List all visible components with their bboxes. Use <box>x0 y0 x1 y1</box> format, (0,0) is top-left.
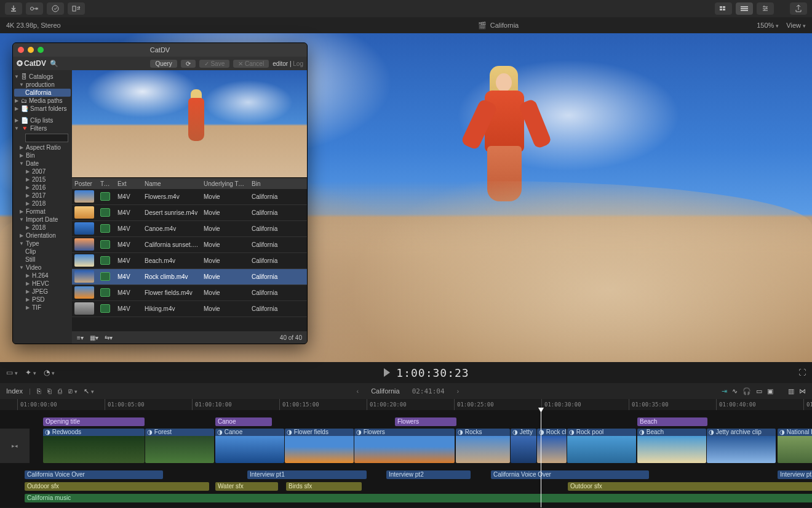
audio-skim-button[interactable]: ∿ <box>732 387 738 395</box>
connect-tool[interactable]: ⎘ <box>37 387 41 395</box>
cancel-button[interactable]: ✕ Cancel <box>233 60 269 68</box>
tl-tool-2[interactable]: ▥ <box>788 387 794 395</box>
title-clip[interactable]: Canoe <box>215 417 272 426</box>
index-button[interactable]: Index <box>6 387 23 395</box>
tree-date-item[interactable]: ▶2015 <box>14 175 71 183</box>
layout-grid-button[interactable] <box>715 2 732 15</box>
audio-clip[interactable]: Interview pt3 <box>778 470 812 479</box>
import-button[interactable] <box>5 2 22 15</box>
clip-appearance-button[interactable]: ▭ <box>6 368 18 377</box>
tree-bin[interactable]: ▶Bin <box>14 151 71 159</box>
table-row[interactable]: M4V Beach.m4v Movie California <box>72 253 307 269</box>
title-clip[interactable]: Flowers <box>395 417 456 426</box>
tree-type-item[interactable]: Still <box>14 256 71 264</box>
video-clip[interactable]: ◑ Flower fields <box>285 429 354 463</box>
tree-date-item[interactable]: ▶2017 <box>14 192 71 200</box>
catdv-titlebar[interactable]: CatDV <box>13 43 307 57</box>
video-clip[interactable]: ◑ Redwoods <box>43 429 145 463</box>
tree-orientation[interactable]: ▶Orientation <box>14 232 71 240</box>
audio-clip[interactable]: Interview pt1 <box>247 470 367 479</box>
inspector-button[interactable] <box>757 2 774 15</box>
playhead[interactable] <box>541 410 541 507</box>
tree-video-item[interactable]: ▶H.264 <box>14 272 71 280</box>
tree-date-item[interactable]: ▶2018 <box>14 200 71 208</box>
table-row[interactable]: M4V Hiking.m4v Movie California <box>72 301 307 317</box>
tree-import-year[interactable]: ▶2018 <box>14 224 71 232</box>
video-clip[interactable]: ◑ Jetty <box>511 429 536 463</box>
minimize-icon[interactable] <box>28 47 34 53</box>
tree-filters[interactable]: ▼🔻Filters <box>14 124 71 132</box>
append-tool[interactable]: ⎙ <box>58 387 62 395</box>
timeline-ruler[interactable]: 01:00:00:0001:00:05:0001:00:10:0001:00:1… <box>0 399 812 410</box>
tree-type-item[interactable]: Clip <box>14 248 71 256</box>
tl-tool-1[interactable]: ▣ <box>767 387 773 395</box>
layout-list-button[interactable] <box>736 2 753 15</box>
skimming-button[interactable]: ⇥ <box>722 387 727 395</box>
timeline-tracks[interactable]: ▸◂ Opening titleCanoeFlowersBeach ◑ Redw… <box>0 410 812 507</box>
close-icon[interactable] <box>18 47 24 53</box>
view-dropdown[interactable]: View <box>786 22 806 29</box>
tree-smart-folders[interactable]: ▶📑Smart folders <box>14 105 71 113</box>
overwrite-tool[interactable]: ⎚ <box>68 387 78 395</box>
fullscreen-button[interactable]: ⛶ <box>798 368 806 377</box>
share-button[interactable] <box>790 2 807 15</box>
video-clip[interactable]: ◑ Canoe <box>215 429 284 463</box>
video-clip[interactable]: ◑ Jetty archive clip <box>707 429 776 463</box>
table-row[interactable]: M4V California sunset.m4v Movie Californ… <box>72 237 307 253</box>
video-clip[interactable]: ◑ Flowers <box>354 429 455 463</box>
tree-catalogs[interactable]: ▼🗄Catalogs <box>14 73 71 81</box>
prev-edit-button[interactable]: ‹ <box>356 387 359 395</box>
filter-input[interactable] <box>25 134 68 142</box>
video-clip[interactable]: ◑ National Park <box>778 429 812 463</box>
audio-clip[interactable]: Outdoor sfx <box>25 482 209 491</box>
tree-video[interactable]: ▼Video <box>14 264 71 272</box>
arrange-button[interactable] <box>68 2 85 15</box>
keyword-button[interactable] <box>26 2 43 15</box>
audio-clip[interactable]: Interview pt2 <box>386 470 471 479</box>
table-row[interactable]: M4V Canoe.m4v Movie California <box>72 221 307 237</box>
tree-import-date[interactable]: ▼Import Date <box>14 216 71 224</box>
solo-button[interactable]: 🎧 <box>742 387 751 395</box>
tree-production[interactable]: ▼production <box>14 81 71 89</box>
next-edit-button[interactable]: › <box>457 387 460 395</box>
table-row[interactable]: M4V Rock climb.m4v Movie California <box>72 269 307 285</box>
tree-media-paths[interactable]: ▶🗂Media paths <box>14 97 71 105</box>
bg-tasks-button[interactable] <box>47 2 64 15</box>
settings-icon[interactable]: ⇆▾ <box>105 334 113 341</box>
list-view-icon[interactable]: ≡▾ <box>77 334 84 341</box>
retime-tool-button[interactable]: ◔ <box>44 368 55 377</box>
tree-aspect[interactable]: ▶Aspect Ratio <box>14 143 71 151</box>
save-button[interactable]: ✓ Save <box>199 60 230 68</box>
video-clip[interactable]: ◑ Forest <box>145 429 214 463</box>
audio-clip[interactable]: Water sfx <box>215 482 278 491</box>
effects-tool-button[interactable]: ✦ <box>25 368 36 377</box>
audio-clip[interactable]: California Voice Over <box>25 470 163 479</box>
insert-tool[interactable]: ⎗ <box>47 387 52 395</box>
search-icon[interactable]: 🔍 <box>50 60 58 68</box>
tree-video-item[interactable]: ▶HEVC <box>14 280 71 288</box>
audio-clip[interactable]: Outdoor sfx <box>568 482 812 491</box>
tl-tool-3[interactable]: ⋈ <box>799 387 806 395</box>
tree-date-item[interactable]: ▶2016 <box>14 183 71 192</box>
title-clip[interactable]: Beach <box>637 417 707 426</box>
title-clip[interactable]: Opening title <box>43 417 145 426</box>
tree-date[interactable]: ▼Date <box>14 159 71 167</box>
zoom-dropdown[interactable]: 150% <box>757 22 779 29</box>
audio-clip[interactable]: California Voice Over <box>491 470 649 479</box>
video-clip[interactable]: ◑ Rock climb <box>537 429 567 463</box>
arrow-tool[interactable]: ↖ <box>84 387 94 395</box>
grid-view-icon[interactable]: ▦▾ <box>90 334 98 341</box>
snap-button[interactable]: ▭ <box>756 387 762 395</box>
zoom-icon[interactable] <box>38 47 44 53</box>
refresh-button[interactable]: ⟳ <box>181 60 196 68</box>
table-row[interactable]: M4V Flowers.m4v Movie California <box>72 189 307 205</box>
tree-type[interactable]: ▼Type <box>14 240 71 248</box>
audio-clip[interactable]: Birds sfx <box>286 482 362 491</box>
play-button[interactable] <box>384 368 390 377</box>
tree-video-item[interactable]: ▶TIF <box>14 304 71 312</box>
video-clip[interactable]: ◑ Rock pool <box>567 429 636 463</box>
tree-date-item[interactable]: ▶2007 <box>14 167 71 175</box>
table-row[interactable]: M4V Desert sunrise.m4v Movie California <box>72 205 307 221</box>
video-clip[interactable]: ◑ Beach <box>637 429 706 463</box>
tree-format[interactable]: ▶Format <box>14 208 71 216</box>
